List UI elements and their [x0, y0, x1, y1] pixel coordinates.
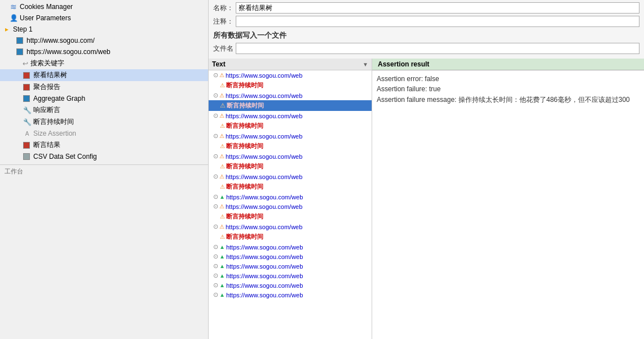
tree-item-warn: 断言持续时间: [226, 122, 263, 130]
warn-icon-selected: ⚠: [220, 102, 226, 109]
warn-triangle-icon: ⚠: [219, 92, 224, 99]
sidebar-item-response-timer[interactable]: 🔧 响应断言: [0, 104, 208, 116]
warn-icon: ⚠: [220, 184, 225, 190]
tree-item[interactable]: ⊙ ▲ https://www.sogou.com/web: [209, 242, 372, 252]
warn-icon: ⚠: [220, 213, 225, 220]
tree-header-label: Text: [212, 60, 363, 68]
tree-item[interactable]: ⊙ ▲ https://www.sogou.com/web: [209, 280, 372, 290]
sidebar-item-label: 响应断言: [33, 105, 60, 115]
csv-icon: [23, 152, 32, 161]
ok-icon: ▲: [219, 282, 225, 288]
tree-item[interactable]: ⊙ ⚠ https://www.sogou.com/web: [209, 91, 372, 100]
warn-triangle-icon: ⚠: [219, 224, 224, 230]
tree-item-link: https://www.sogou.com/web: [226, 203, 302, 210]
circle-icon: ⊙: [213, 282, 218, 289]
file-input[interactable]: [236, 43, 639, 54]
tree-item-warn: 断言持续时间: [226, 182, 263, 191]
tree-header-arrow[interactable]: ▼: [363, 61, 368, 68]
https-icon: [16, 47, 25, 56]
circle-icon: ⊙: [213, 223, 218, 230]
sidebar-item-assert-duration[interactable]: 🔧 断言持续时间: [0, 116, 208, 128]
circle-icon: ⊙: [213, 272, 218, 279]
sidebar-item-cookies-manager[interactable]: ≋ Cookies Manager: [0, 1, 208, 12]
circle-icon: ⊙: [213, 203, 218, 210]
file-row: 文件名: [213, 43, 639, 54]
warn-icon: ⚠: [220, 123, 225, 129]
comment-label: 注释：: [213, 17, 236, 26]
bottom-split: Text ▼ ⊙ ⚠ https://www.sogou.com/web ⚠ 断…: [209, 59, 644, 339]
tree-item-link: https://www.sogou.com/web: [226, 72, 302, 79]
tree-item-warn: 断言持续时间: [226, 212, 263, 221]
tree-item-link: https://www.sogou.com/web: [226, 173, 302, 180]
file-label: 文件名: [213, 44, 236, 53]
circle-icon: ⊙: [213, 72, 218, 79]
tree-item[interactable]: ⊙ ▲ https://www.sogou.com/web: [209, 271, 372, 280]
user-icon: 👤: [9, 14, 18, 23]
tree-item[interactable]: ⊙ ⚠ https://www.sogou.com/web: [209, 172, 372, 181]
sidebar-item-csv-config[interactable]: CSV Data Set Config: [0, 151, 208, 162]
circle-icon: ⊙: [213, 173, 218, 180]
warn-triangle-icon: ⚠: [219, 173, 224, 180]
sidebar-item-user-parameters[interactable]: 👤 User Parameters: [0, 12, 208, 24]
tree-item[interactable]: ⊙ ▲ https://www.sogou.com/web: [209, 261, 372, 271]
tree-item[interactable]: ⊙ ▲ https://www.sogou.com/web: [209, 252, 372, 261]
tree-item[interactable]: ⊙ ⚠ https://www.sogou.com/web: [209, 151, 372, 161]
sidebar-item-view-results[interactable]: 察看结果树: [0, 69, 208, 81]
warn-triangle-icon: ⚠: [219, 72, 224, 78]
circle-icon: ⊙: [213, 262, 218, 270]
circle-icon: ⊙: [213, 153, 218, 160]
tree-item[interactable]: ⚠ 断言持续时间: [209, 211, 372, 222]
circle-icon: ⊙: [213, 132, 218, 140]
sidebar-item-size-assertion[interactable]: A Size Assertion: [0, 128, 208, 139]
aggregate-icon: [23, 83, 32, 92]
tree-item-link: https://www.sogou.com/web: [226, 224, 302, 230]
circle-icon: ⊙: [213, 193, 218, 200]
ok-icon: ▲: [219, 273, 225, 279]
sidebar-item-label: Cookies Manager: [20, 3, 73, 11]
sidebar-item-step1[interactable]: ▸ Step 1: [0, 24, 208, 35]
tree-item[interactable]: ⚠ 断言持续时间: [209, 80, 372, 91]
sidebar-item-assert-result[interactable]: 断言结果: [0, 139, 208, 151]
tree-item[interactable]: ⚠ 断言持续时间: [209, 161, 372, 172]
sidebar-item-label: 察看结果树: [33, 70, 67, 80]
tree-item[interactable]: ⊙ ⚠ https://www.sogou.com/web: [209, 202, 372, 211]
sidebar-item-https1[interactable]: https://www.sogou.com/web: [0, 46, 208, 57]
graph-icon: [23, 94, 32, 103]
ok-icon: ▲: [219, 194, 225, 200]
sidebar-item-aggregate-graph[interactable]: Aggregate Graph: [0, 93, 208, 104]
warn-icon: ⚠: [220, 82, 225, 88]
tree-item[interactable]: ⚠ 断言持续时间: [209, 121, 372, 131]
tree-item-warn-selected: 断言持续时间: [227, 101, 264, 110]
comment-input[interactable]: [236, 16, 639, 27]
name-row: 名称：: [213, 2, 639, 14]
sidebar-item-label: CSV Data Set Config: [33, 153, 97, 160]
tree-item[interactable]: ⚠ 断言持续时间: [209, 141, 372, 151]
tree-header: Text ▼: [209, 59, 372, 70]
circle-icon: ⊙: [213, 112, 218, 119]
tree-item[interactable]: ⊙ ⚠ https://www.sogou.com/web: [209, 131, 372, 141]
sidebar-item-label: 搜索关键字: [30, 59, 64, 68]
tree-item-selected[interactable]: ⚠ 断言持续时间: [209, 100, 372, 111]
tree-item[interactable]: ⚠ 断言持续时间: [209, 181, 372, 192]
name-label: 名称：: [213, 3, 236, 13]
section-title: 所有数据写入一个文件: [213, 30, 639, 41]
main-panel: 名称： 注释： 所有数据写入一个文件 文件名 Text ▼: [209, 0, 644, 339]
result-header: Assertion result: [372, 59, 644, 70]
wave-icon: ≋: [9, 2, 18, 11]
results-icon: [23, 71, 32, 80]
sidebar-item-search[interactable]: ↩ 搜索关键字: [0, 57, 208, 69]
tree-item[interactable]: ⊙ ▲ https://www.sogou.com/web: [209, 290, 372, 300]
warn-icon: ⚠: [220, 163, 225, 170]
tree-item[interactable]: ⊙ ⚠ https://www.sogou.com/web: [209, 111, 372, 121]
sidebar-item-aggregate-report[interactable]: 聚合报告: [0, 81, 208, 93]
name-input[interactable]: [236, 2, 639, 14]
result-content: Assertion error: false Assertion failure…: [372, 70, 644, 111]
tree-item[interactable]: ⊙ ▲ https://www.sogou.com/web: [209, 192, 372, 202]
tree-item-link: https://www.sogou.com/web: [226, 92, 302, 99]
sidebar-item-http1[interactable]: http://www.sogou.com/: [0, 35, 208, 46]
arrow-right-icon: ↩: [23, 60, 28, 68]
sidebar-item-label: http://www.sogou.com/: [27, 37, 95, 44]
tree-item[interactable]: ⚠ 断言持续时间: [209, 231, 372, 242]
tree-item[interactable]: ⊙ ⚠ https://www.sogou.com/web: [209, 222, 372, 231]
tree-item[interactable]: ⊙ ⚠ https://www.sogou.com/web: [209, 70, 372, 80]
